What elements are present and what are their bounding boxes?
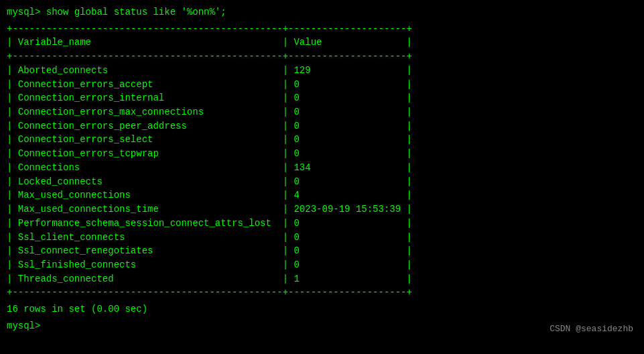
table-row: | Ssl_finished_connects | 0 | <box>7 258 637 272</box>
separator-bottom: +---------------------------------------… <box>7 286 637 300</box>
watermark: CSDN @seasidezhb <box>550 324 633 334</box>
result-footer: 16 rows in set (0.00 sec) <box>7 302 637 316</box>
table-row: | Ssl_connect_renegotiates | 0 | <box>7 244 637 258</box>
table-row: | Aborted_connects | 129 | <box>7 64 637 78</box>
table-row: | Max_used_connections | 4 | <box>7 188 637 202</box>
table-row: | Performance_schema_session_connect_att… <box>7 217 637 231</box>
table-row: | Connection_errors_tcpwrap | 0 | <box>7 147 637 161</box>
bottom-prompt: mysql> <box>7 319 637 333</box>
table-row: | Connection_errors_peer_address | 0 | <box>7 119 637 133</box>
table-body: | Aborted_connects | 129 || Connection_e… <box>7 64 637 286</box>
query-results: +---------------------------------------… <box>7 22 637 300</box>
separator-mid: +---------------------------------------… <box>7 50 637 64</box>
table-row: | Connection_errors_max_connections | 0 … <box>7 105 637 119</box>
table-header: | Variable_name | Value | <box>7 36 637 50</box>
table-row: | Connection_errors_select | 0 | <box>7 133 637 147</box>
table-row: | Connections | 134 | <box>7 161 637 175</box>
table-row: | Threads_connected | 1 | <box>7 272 637 286</box>
table-row: | Connection_errors_accept | 0 | <box>7 78 637 92</box>
table-row: | Locked_connects | 0 | <box>7 175 637 189</box>
table-row: | Ssl_client_connects | 0 | <box>7 231 637 245</box>
table-row: | Connection_errors_internal | 0 | <box>7 91 637 105</box>
terminal-window: mysql> show global status like '%onn%'; … <box>7 5 637 349</box>
command-prompt: mysql> show global status like '%onn%'; <box>7 5 637 19</box>
separator-top: +---------------------------------------… <box>7 22 637 36</box>
table-row: | Max_used_connections_time | 2023-09-19… <box>7 202 637 217</box>
